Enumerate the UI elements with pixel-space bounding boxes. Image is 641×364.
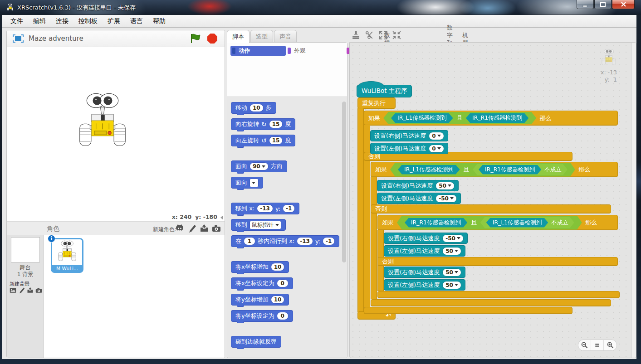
stage-canvas[interactable] [7, 47, 225, 213]
new-backdrop-brush-icon[interactable] [18, 287, 25, 294]
number-input[interactable]: 10 [250, 104, 264, 112]
not-block-3[interactable]: IR_L1传感器检测到 不成立 [480, 217, 574, 228]
new-sprite-sprite-icon[interactable] [175, 224, 184, 233]
scissors-icon[interactable] [365, 30, 374, 40]
tab-脚本[interactable]: 脚本 [227, 30, 250, 43]
motor-speed-block-3[interactable]: 设置(右侧)马达速度50 [377, 180, 459, 191]
motor-speed-block-5[interactable]: 设置(右侧)马达速度-50 [384, 233, 468, 244]
number-input[interactable]: -13 [257, 204, 273, 213]
hat-block-wulibot-main[interactable]: WuLiBot 主程序 [357, 85, 412, 97]
speed-dropdown[interactable]: -50 [435, 194, 457, 203]
category-外观[interactable]: 外观 [286, 46, 345, 56]
if-block-1[interactable]: 如果 IR_L1传感器检测到 且 IR_R1传感器检测到 那么 [364, 111, 618, 126]
palette-block-7[interactable]: 移到 x:-13y:-1 [231, 203, 299, 214]
condition-ir-r1[interactable]: IR_R1传感器检测到 [466, 113, 528, 123]
tab-声音[interactable]: 声音 [274, 30, 297, 43]
palette-block-11[interactable]: 将x坐标增加10 [231, 261, 289, 273]
new-backdrop-upload-icon[interactable] [27, 287, 34, 294]
if-block-3[interactable]: 如果 IR_R1传感器检测到 且 IR_L1传感器检测到 不成立 那么 [377, 215, 618, 230]
menu-编辑[interactable]: 编辑 [28, 16, 51, 27]
fullscreen-icon[interactable] [13, 34, 24, 43]
else-bar-3[interactable]: 否则 [377, 257, 618, 266]
menu-扩展[interactable]: 扩展 [103, 16, 125, 27]
close-button[interactable] [612, 0, 635, 9]
speed-dropdown[interactable]: -50 [442, 234, 464, 243]
and-block-3[interactable]: IR_R1传感器检测到 且 IR_L1传感器检测到 不成立 [397, 216, 582, 230]
palette-block-13[interactable]: 将y坐标增加10 [231, 294, 289, 306]
menu-帮助[interactable]: 帮助 [148, 16, 171, 27]
stop-icon[interactable] [207, 34, 217, 44]
zoom-reset-button[interactable] [591, 340, 604, 350]
speed-dropdown[interactable]: 0 [429, 132, 444, 140]
palette-block-2[interactable]: 向左旋转↺15度 [231, 135, 295, 146]
palette-block-14[interactable]: 将y坐标设定为0 [231, 310, 293, 322]
else-bar-2[interactable]: 否则 [371, 204, 611, 214]
motor-speed-block-7[interactable]: 设置(右侧)马达速度50 [384, 267, 465, 278]
collapse-arrow-icon[interactable] [220, 215, 223, 220]
if-block-2[interactable]: 如果 IR_L1传感器检测到 且 IR_R1传感器检测到 不成立 那么 [371, 162, 618, 177]
motor-speed-block-1[interactable]: 设置(右侧)马达速度0 [370, 130, 448, 141]
new-backdrop-image-icon[interactable] [10, 287, 16, 294]
menu-连接[interactable]: 连接 [51, 16, 73, 27]
sprite-info-badge[interactable]: i [48, 235, 55, 243]
scripts-area[interactable]: x: -13 y: -1 WuLiBot 主程序 重复执行 ↷ 如果 IR_L1… [349, 42, 636, 358]
shrink-icon[interactable] [392, 30, 401, 40]
motor-speed-block-6[interactable]: 设置(左侧)马达速度50 [384, 245, 465, 257]
palette-block-5[interactable]: 面向 [231, 177, 263, 189]
condition-ir-l1[interactable]: IR_L1传感器检测到 [391, 113, 453, 123]
dropdown-menu[interactable] [250, 179, 259, 187]
speed-dropdown[interactable]: 50 [435, 182, 455, 190]
speed-dropdown[interactable]: 0 [429, 145, 444, 153]
green-flag-icon[interactable] [190, 34, 201, 44]
script-scrollbar[interactable] [631, 43, 636, 358]
zoom-in-button[interactable] [604, 340, 617, 350]
script-stack[interactable]: WuLiBot 主程序 重复执行 ↷ 如果 IR_L1传感器检测到 且 IR_R… [350, 43, 636, 358]
new-sprite-upload-icon[interactable] [200, 224, 209, 233]
zoom-out-button[interactable] [578, 340, 591, 350]
stamp-icon[interactable] [351, 30, 361, 40]
speed-dropdown[interactable]: 50 [442, 281, 461, 289]
palette-block-16[interactable]: 碰到边缘就反弹 [231, 336, 281, 348]
number-input[interactable]: 10 [271, 263, 285, 271]
palette-block-9[interactable]: 在1秒内滑行到 x:-13y:-1 [231, 235, 339, 247]
and-block-1[interactable]: IR_L1传感器检测到 且 IR_R1传感器检测到 [383, 112, 536, 124]
palette-block-12[interactable]: 将x坐标设定为0 [231, 277, 293, 289]
palette-block-1[interactable]: 向右旋转↻15度 [231, 118, 295, 130]
motor-speed-block-4[interactable]: 设置(左侧)马达速度-50 [377, 193, 461, 204]
number-input[interactable]: 0 [277, 312, 289, 320]
palette-block-0[interactable]: 移动10步 [231, 102, 276, 114]
and-block-2[interactable]: IR_L1传感器检测到 且 IR_R1传感器检测到 不成立 [390, 163, 575, 177]
motor-speed-block-8[interactable]: 设置(左侧)马达速度50 [384, 279, 465, 291]
sprite-card-mwulibot[interactable]: i M-WuLi... [51, 238, 83, 273]
speed-dropdown[interactable]: 50 [442, 247, 461, 255]
robot-sprite[interactable] [75, 92, 130, 153]
palette-scrollbar[interactable] [342, 102, 346, 262]
tab-造型[interactable]: 造型 [250, 30, 273, 43]
dropdown-menu[interactable]: 鼠标指针 [250, 221, 281, 229]
minimize-button[interactable] [577, 0, 594, 9]
palette-block-4[interactable]: 面向90方向 [231, 160, 287, 172]
number-input[interactable]: -1 [323, 237, 335, 245]
number-input[interactable]: 1 [244, 237, 255, 245]
new-backdrop-camera-icon[interactable] [35, 287, 42, 294]
number-input[interactable]: 15 [269, 120, 283, 128]
stage-thumbnail[interactable] [11, 237, 40, 262]
motor-speed-block-2[interactable]: 设置(左侧)马达速度0 [370, 143, 448, 154]
menu-控制板[interactable]: 控制板 [73, 16, 103, 27]
number-input[interactable]: -13 [297, 237, 313, 245]
new-sprite-brush-icon[interactable] [187, 224, 196, 233]
dropdown-oval[interactable]: 90 [250, 162, 269, 170]
grow-icon[interactable] [378, 30, 388, 40]
not-block-2[interactable]: IR_R1传感器检测到 不成立 [473, 164, 568, 175]
category-动作[interactable]: 动作 [230, 46, 286, 56]
number-input[interactable]: 15 [269, 136, 283, 145]
new-sprite-camera-icon[interactable] [212, 224, 221, 233]
number-input[interactable]: -1 [283, 204, 295, 213]
number-input[interactable]: 10 [271, 296, 285, 304]
speed-dropdown[interactable]: 50 [442, 268, 461, 277]
number-input[interactable]: 0 [277, 279, 289, 287]
forever-block[interactable]: 重复执行 [357, 97, 396, 109]
menu-文件[interactable]: 文件 [5, 16, 28, 27]
palette-block-8[interactable]: 移到鼠标指针 [231, 219, 286, 231]
maximize-button[interactable] [594, 0, 612, 9]
